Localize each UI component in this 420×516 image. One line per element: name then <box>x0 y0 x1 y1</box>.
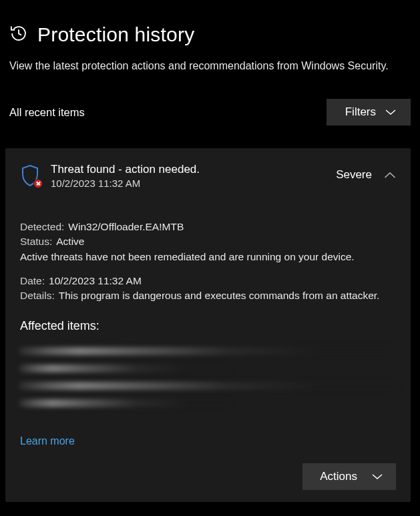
redacted-line <box>19 382 397 390</box>
page-title: Protection history <box>37 23 194 46</box>
date-label: Date: <box>20 274 45 288</box>
redacted-line <box>19 364 231 372</box>
date-value: 10/2/2023 11:32 AM <box>49 274 142 288</box>
status-value: Active <box>56 234 84 249</box>
recent-items-label: All recent items <box>9 106 85 119</box>
threat-severity: Severe <box>336 168 372 182</box>
chevron-down-icon <box>385 109 396 115</box>
status-label: Status: <box>20 234 52 249</box>
page-subtitle: View the latest protection actions and r… <box>9 58 410 73</box>
detected-label: Detected: <box>20 220 64 234</box>
threat-timestamp: 10/2/2023 11:32 AM <box>51 178 325 189</box>
learn-more-link[interactable]: Learn more <box>20 434 75 449</box>
shield-threat-icon <box>20 164 40 187</box>
threat-title: Threat found - action needed. <box>51 163 325 176</box>
affected-items-heading: Affected items: <box>20 318 396 335</box>
filters-button[interactable]: Filters <box>327 99 411 125</box>
threat-badge-icon <box>33 179 43 188</box>
filter-bar: All recent items Filters <box>9 99 411 125</box>
status-note: Active threats have not been remediated … <box>20 250 396 264</box>
threat-details: Detected: Win32/Offloader.EA!MTB Status:… <box>20 220 396 490</box>
page-header: Protection history <box>9 23 411 46</box>
redacted-line <box>19 399 231 407</box>
actions-button[interactable]: Actions <box>302 463 396 490</box>
history-icon <box>9 24 28 45</box>
redacted-line <box>19 347 397 355</box>
filters-button-label: Filters <box>345 105 376 119</box>
threat-card: Threat found - action needed. 10/2/2023 … <box>5 148 411 502</box>
detected-value: Win32/Offloader.EA!MTB <box>68 220 184 234</box>
chevron-down-icon <box>372 473 383 480</box>
actions-button-label: Actions <box>320 470 357 483</box>
threat-card-header[interactable]: Threat found - action needed. 10/2/2023 … <box>20 163 396 189</box>
affected-items-redacted <box>19 347 397 407</box>
chevron-up-icon <box>384 172 396 179</box>
details-label: Details: <box>20 288 55 303</box>
details-value: This program is dangerous and executes c… <box>59 288 396 303</box>
